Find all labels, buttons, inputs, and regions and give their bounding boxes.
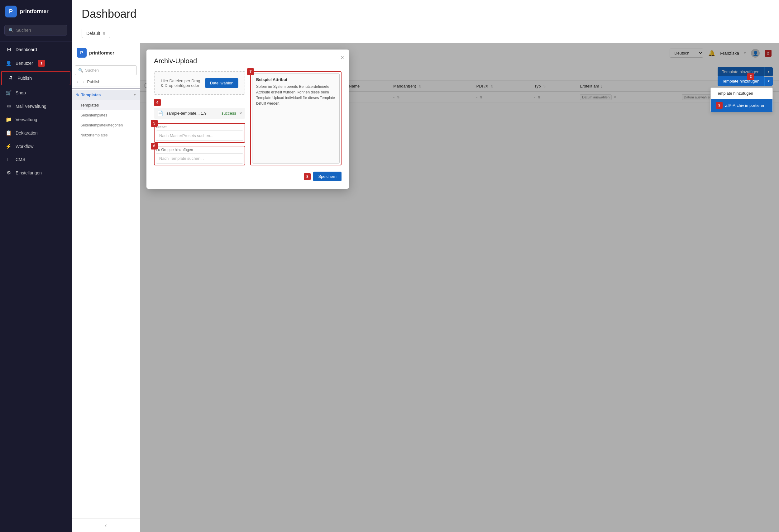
inner-nav-nutzertemplates[interactable]: Nutzertemplates	[72, 130, 140, 140]
example-text: Sofern im System bereits Benutzerdefinie…	[256, 84, 336, 106]
logo-text: printformer	[20, 8, 49, 15]
sidebar-item-deklaration[interactable]: 📋 Deklaration	[0, 126, 72, 140]
file-status: success	[222, 111, 236, 116]
modal-close-button[interactable]: ×	[341, 55, 344, 61]
dashboard-header: Dashboard Default ⇅	[72, 0, 779, 43]
sidebar-item-label: CMS	[15, 157, 25, 162]
seitentemplates-label: Seitentemplates	[80, 113, 107, 118]
dropdown-item-template[interactable]: Template hinzufügen	[711, 88, 772, 99]
user-icon: 👤	[6, 60, 12, 66]
sidebar-item-label: Einstellungen	[15, 171, 42, 175]
sidebar-item-benutzer[interactable]: 👤 Benutzer 1	[0, 56, 72, 70]
inner-nav-seitenkategorien[interactable]: Seitentemplatekategorien	[72, 120, 140, 130]
shop-icon: 🛒	[6, 90, 12, 95]
settings-icon: ⚙	[6, 170, 12, 176]
upload-left-section: Hier Dateien per Drag & Drop einfügen od…	[154, 71, 245, 165]
sidebar-item-label: Workflow	[15, 144, 33, 149]
example-attribute-box-wrapper: 7 Beispiel Attribut Sofern im System ber…	[250, 71, 342, 165]
dropdown-arrow-icon: ⇅	[103, 31, 106, 36]
template-add-btn-overlay[interactable]: Template hinzufügen	[718, 76, 764, 86]
save-label: Speichern	[318, 174, 337, 179]
dropdown-item-zip[interactable]: 3 ZIP-Archiv importieren	[711, 99, 772, 112]
sidebar-item-label: Deklaration	[15, 131, 38, 135]
sidebar-search-placeholder: Suchen	[16, 28, 31, 33]
badge-1: 1	[38, 60, 45, 67]
annotation-2-badge: 2	[747, 73, 754, 80]
group-label: Zu Gruppe hinzufügen	[156, 148, 243, 152]
page-content: Templateverwaltung Deutsch English 🔔 Fra…	[140, 43, 779, 532]
file-icon: 📄	[157, 110, 163, 116]
modal-overlay: Archiv-Upload × Hier Dateien per Drag & …	[140, 43, 779, 532]
template-arrow-btn-overlay[interactable]: ▾	[764, 77, 773, 86]
preset-group: Preset	[156, 125, 243, 141]
content-wrapper: P printformer 🔍 Suchen ← ← Publish ✎ Tem…	[72, 43, 779, 532]
annotation-7: 7	[247, 68, 254, 75]
back-label: ← Publish	[82, 79, 100, 84]
annotation-6: 6	[151, 143, 158, 149]
inner-search-placeholder: Suchen	[85, 68, 99, 73]
seitenkategorien-label: Seitentemplatekategorien	[80, 123, 123, 127]
default-dropdown[interactable]: Default ⇅	[82, 29, 110, 38]
modal-footer: 8 Speichern	[154, 172, 342, 181]
inner-divider	[72, 88, 140, 88]
inner-search-container[interactable]: 🔍 Suchen	[75, 65, 137, 75]
page-title: Dashboard	[82, 7, 769, 20]
folder-icon: 📁	[6, 117, 12, 122]
inner-logo-text: printformer	[89, 50, 114, 55]
sidebar-item-dashboard[interactable]: ⊞ Dashboard	[0, 43, 72, 56]
save-button[interactable]: Speichern	[313, 172, 342, 181]
modal-title: Archiv-Upload	[154, 57, 342, 65]
inner-nav-templates[interactable]: ✎ Templates ▾	[72, 90, 140, 100]
sidebar-collapse-button[interactable]: ‹	[72, 518, 140, 532]
sidebar-item-label: Shop	[15, 90, 26, 95]
choose-file-label: Datei wählen	[210, 81, 233, 85]
sidebar-item-verwaltung[interactable]: 📁 Verwaltung	[0, 113, 72, 126]
sidebar-divider-1	[0, 41, 72, 42]
sidebar: P printformer 🔍 Suchen ⊞ Dashboard 👤 Ben…	[0, 0, 72, 532]
example-attribute-box: Beispiel Attribut Sofern im System berei…	[252, 73, 340, 163]
mail-icon: ✉	[6, 103, 12, 109]
deklaration-icon: 📋	[6, 130, 12, 136]
file-remove-button[interactable]: ×	[239, 111, 242, 116]
preset-input[interactable]	[156, 131, 243, 141]
sidebar-item-publish[interactable]: 🖨 Publish	[1, 71, 70, 85]
search-icon: 🔍	[8, 28, 14, 33]
sidebar-item-label: Verwaltung	[15, 117, 37, 122]
inner-logo-icon: P	[77, 48, 86, 58]
inner-search-icon: 🔍	[78, 68, 83, 73]
sidebar-item-cms[interactable]: □ CMS	[0, 153, 72, 166]
sidebar-item-shop[interactable]: 🛒 Shop	[0, 86, 72, 99]
upload-dropzone[interactable]: Hier Dateien per Drag & Drop einfügen od…	[154, 71, 245, 95]
logo-icon: P	[5, 6, 17, 17]
file-name: sample-template... 1.9	[166, 111, 219, 116]
inner-nav-templates-sub[interactable]: Templates	[72, 100, 140, 110]
sidebar-item-workflow[interactable]: ⚡ Workflow	[0, 140, 72, 153]
template-dropdown-popup: Template hinzufügen 3 ZIP-Archiv importi…	[710, 87, 773, 112]
main-area: Dashboard Default ⇅ P printformer 🔍 Such…	[72, 0, 779, 532]
dropdown-label: Default	[86, 31, 100, 36]
inner-nav-seitentemplates[interactable]: Seitentemplates	[72, 110, 140, 120]
templates-sub-label: Templates	[80, 103, 99, 108]
group-input[interactable]	[156, 153, 243, 163]
chevron-down-icon: ▾	[134, 93, 135, 96]
choose-file-button[interactable]: Datei wählen	[205, 78, 238, 88]
preset-label: Preset	[156, 125, 243, 129]
annotation-5: 5	[151, 120, 158, 127]
template-dropdown-overlay: 2 Template hinzufügen ▾ Template hinzufü…	[718, 76, 773, 87]
workflow-icon: ⚡	[6, 143, 12, 149]
annotation-3: 3	[716, 102, 723, 109]
inner-sidebar: P printformer 🔍 Suchen ← ← Publish ✎ Tem…	[72, 43, 140, 532]
sidebar-search-container[interactable]: 🔍 Suchen	[4, 25, 67, 36]
example-title: Beispiel Attribut	[256, 77, 336, 82]
zip-import-label: ZIP-Archiv importieren	[725, 103, 765, 108]
templates-label: Templates	[81, 92, 101, 97]
sidebar-logo: P printformer	[0, 0, 72, 23]
templates-expand-icon: ✎	[76, 93, 79, 97]
sidebar-item-mail[interactable]: ✉ Mail Verwaltung	[0, 99, 72, 113]
inner-back-button[interactable]: ← ← Publish	[72, 77, 140, 87]
group-group: Zu Gruppe hinzufügen	[156, 148, 243, 163]
annotation-8: 8	[304, 173, 311, 180]
cms-icon: □	[6, 157, 12, 162]
nutzertemplates-label: Nutzertemplates	[80, 133, 108, 137]
sidebar-item-einstellungen[interactable]: ⚙ Einstellungen	[0, 166, 72, 180]
